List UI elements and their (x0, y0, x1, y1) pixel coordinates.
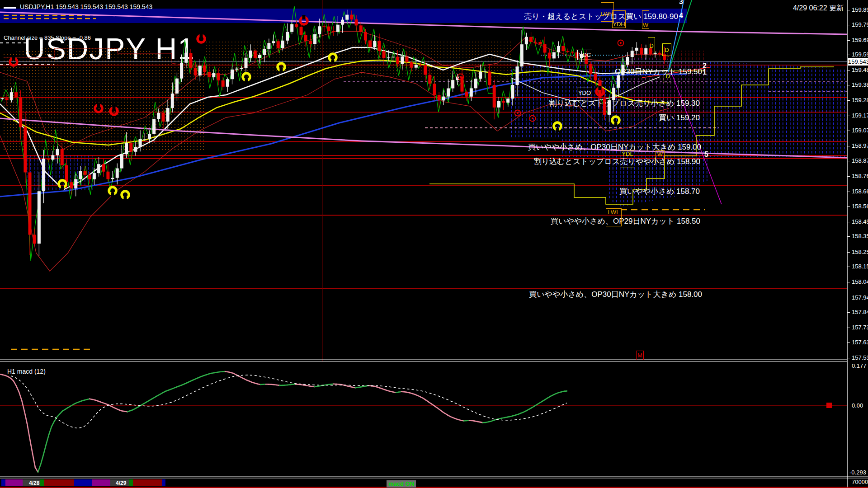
candle-bullish[interactable] (42, 159, 45, 191)
candle-bullish[interactable] (267, 43, 270, 49)
candle-bullish[interactable] (97, 164, 100, 173)
candle-bullish[interactable] (74, 179, 77, 188)
candle-bullish[interactable] (56, 149, 59, 155)
candle-bullish[interactable] (235, 69, 238, 70)
candle-bullish[interactable] (143, 139, 146, 140)
candle-bearish[interactable] (350, 15, 353, 19)
candle-bearish[interactable] (61, 149, 64, 165)
candle-bearish[interactable] (543, 44, 547, 52)
candle-bearish[interactable] (355, 19, 358, 25)
candle-bearish[interactable] (208, 72, 211, 77)
candle-bearish[interactable] (254, 51, 257, 58)
candle-bearish[interactable] (33, 235, 36, 244)
candle-bullish[interactable] (635, 48, 638, 51)
candle-bullish[interactable] (263, 49, 266, 55)
candle-bearish[interactable] (84, 171, 87, 175)
candle-bearish[interactable] (529, 37, 533, 42)
candle-bearish[interactable] (189, 53, 192, 68)
candle-bearish[interactable] (14, 92, 18, 97)
candle-bearish[interactable] (277, 41, 280, 48)
candle-bearish[interactable] (377, 41, 381, 51)
tag-box-w[interactable]: W (642, 10, 649, 29)
candle-bullish[interactable] (631, 51, 634, 57)
candle-bullish[interactable] (258, 55, 261, 58)
tag-box-ydo[interactable]: YDO (577, 88, 592, 98)
candle-bullish[interactable] (401, 56, 404, 64)
candle-bearish[interactable] (548, 53, 551, 59)
tag-box-d[interactable]: D (648, 37, 655, 54)
candle-bullish[interactable] (245, 58, 248, 68)
candle-bullish[interactable] (318, 26, 321, 34)
candle-bullish[interactable] (1, 98, 4, 99)
candle-bullish[interactable] (10, 92, 13, 100)
candle-bearish[interactable] (322, 26, 326, 27)
candle-bearish[interactable] (19, 97, 22, 127)
candle-bullish[interactable] (139, 139, 142, 147)
candle-bearish[interactable] (102, 164, 105, 172)
candle-bullish[interactable] (171, 94, 174, 108)
tag-box-lwl[interactable]: LWL (606, 208, 622, 226)
candle-bearish[interactable] (309, 41, 312, 44)
candle-bullish[interactable] (557, 46, 560, 52)
candle-bearish[interactable] (47, 159, 50, 160)
candle-bullish[interactable] (180, 63, 183, 79)
candle-bearish[interactable] (217, 73, 220, 80)
candle-bearish[interactable] (405, 56, 408, 62)
candle-bearish[interactable] (65, 165, 68, 183)
candle-bullish[interactable] (212, 73, 215, 77)
candle-bullish[interactable] (392, 57, 395, 58)
candle-bullish[interactable] (313, 34, 316, 44)
candle-bullish[interactable] (175, 79, 179, 94)
candle-bullish[interactable] (120, 154, 123, 168)
candle-bullish[interactable] (336, 25, 340, 32)
candle-bullish[interactable] (226, 79, 229, 87)
candle-bullish[interactable] (272, 41, 275, 43)
candle-bearish[interactable] (359, 25, 363, 32)
candle-bullish[interactable] (157, 113, 160, 119)
candle-bearish[interactable] (640, 48, 643, 55)
tag-box-ydl[interactable]: YDL (621, 150, 634, 168)
candle-bearish[interactable] (433, 84, 436, 95)
candle-bullish[interactable] (184, 53, 188, 62)
candle-bullish[interactable] (51, 155, 54, 160)
candle-bearish[interactable] (106, 172, 109, 179)
candle-bullish[interactable] (626, 57, 629, 65)
tag-box-w[interactable]: W (656, 150, 665, 163)
candle-bearish[interactable] (194, 68, 197, 76)
candle-bullish[interactable] (644, 48, 647, 55)
candle-bearish[interactable] (465, 92, 468, 97)
candle-bullish[interactable] (281, 41, 284, 48)
candle-bullish[interactable] (451, 80, 454, 88)
candle-bullish[interactable] (111, 178, 114, 179)
candle-bullish[interactable] (231, 70, 234, 79)
candle-bullish[interactable] (617, 75, 620, 88)
candle-bullish[interactable] (166, 108, 170, 122)
candle-bullish[interactable] (286, 32, 289, 41)
candle-bearish[interactable] (364, 32, 367, 41)
candle-bullish[interactable] (470, 88, 473, 96)
candle-bullish[interactable] (198, 66, 202, 75)
candle-bearish[interactable] (70, 182, 73, 188)
candle-bullish[interactable] (525, 37, 528, 45)
candle-bullish[interactable] (152, 119, 156, 134)
candle-bearish[interactable] (571, 52, 574, 53)
tag-box-ydc[interactable]: YDC (577, 50, 592, 60)
candle-bearish[interactable] (368, 40, 372, 47)
candle-bearish[interactable] (24, 127, 27, 172)
candle-bearish[interactable] (28, 172, 32, 235)
candle-bullish[interactable] (415, 65, 418, 68)
candle-bullish[interactable] (447, 89, 450, 97)
candle-bullish[interactable] (552, 52, 556, 59)
candle-bearish[interactable] (566, 51, 569, 52)
candle-bullish[interactable] (520, 44, 524, 66)
tag-box-m[interactable]: M (636, 351, 644, 360)
candle-bearish[interactable] (327, 27, 330, 31)
candle-bearish[interactable] (658, 53, 661, 54)
candle-bullish[interactable] (93, 173, 96, 179)
candle-bearish[interactable] (534, 42, 537, 43)
candle-bullish[interactable] (116, 169, 119, 178)
candle-bullish[interactable] (240, 68, 243, 69)
candle-bearish[interactable] (561, 46, 565, 51)
candle-bullish[interactable] (148, 134, 151, 139)
candle-bearish[interactable] (129, 143, 132, 151)
